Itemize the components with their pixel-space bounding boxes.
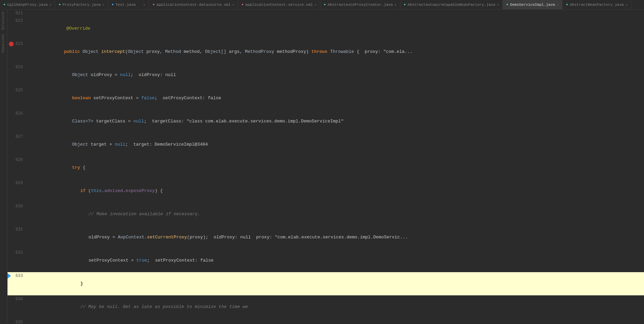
line-number: 633 (8, 272, 26, 295)
table-row: 630 // Make invocation available if nece… (8, 203, 644, 226)
keyword-public: public (64, 49, 80, 54)
table-row: 629 if (this.advised.exposeProxy) { (8, 179, 644, 203)
exec-indicator (26, 40, 32, 63)
structure-label[interactable]: Structure (0, 10, 7, 32)
line-number: 623 (8, 40, 26, 63)
table-row: 633 } (8, 272, 644, 295)
favorites-label[interactable]: Favorites (0, 32, 7, 55)
exec-indicator (26, 319, 32, 324)
tab-abstractautoproxy[interactable]: ● AbstractAutoProxyCreator.java ✕ (320, 0, 400, 10)
table-row: 634 // May be null. Get as late as possi… (8, 295, 644, 319)
tab-label-abstractautoproxy: AbstractAutoProxyCreator.java (327, 3, 393, 7)
tab-label-abstractautowire: AbstractAutowireCapableBeanFactory.java (408, 3, 495, 7)
line-number: 630 (8, 203, 26, 226)
code-content: setProxyContext = true; setProxyContext:… (32, 249, 644, 272)
line-number: 634 (8, 295, 26, 319)
code-content: Object oldProxy = null; oldProxy: null (32, 63, 644, 87)
line-number: 627 (8, 133, 26, 156)
exec-indicator (26, 295, 32, 319)
tab-label-test: Test.java (115, 3, 135, 7)
table-row: 625 boolean setProxyContext = false; set… (8, 87, 644, 110)
table-row: 622 @Override (8, 17, 644, 40)
tab-label-appservice: applicationContext-service.xml (245, 3, 313, 7)
tab-appdatasource[interactable]: ● applicationContext-datasource.xml ✕ (149, 0, 238, 10)
code-content: // Make invocation available if necessar… (32, 203, 644, 226)
tab-bar: ● CglibAopProxy.java ✕ ● ProxyFactory.ja… (0, 0, 644, 10)
table-row: 626 Class<?> targetClass = null; targetC… (8, 110, 644, 133)
line-number: 635 (8, 319, 26, 324)
method-intercept: intercept (101, 49, 125, 54)
tab-label-appdatasource: applicationContext-datasource.xml (156, 3, 231, 7)
tab-cglib[interactable]: ● CglibAopProxy.java ✕ (0, 0, 55, 10)
exec-indicator (26, 226, 32, 249)
tab-proxyfactory[interactable]: ● ProxyFactory.java ✕ (55, 0, 108, 10)
tab-label-abstractbean: AbstractBeanFactory.java (570, 3, 624, 7)
tab-close-demoservice[interactable]: ✕ (557, 3, 559, 7)
table-row: 628 try { (8, 156, 644, 179)
code-content: // May be null. Get as late as possible … (32, 295, 644, 319)
table-row: 631 oldProxy = AopContext.setCurrentProx… (8, 226, 644, 249)
tab-label-proxyfactory: ProxyFactory.java (62, 3, 101, 7)
line-number: 626 (8, 110, 26, 133)
type-object: Object (83, 49, 99, 54)
exec-indicator (26, 133, 32, 156)
code-content: Class<?> targetClass = null; targetClass… (32, 110, 644, 133)
code-content: try { (32, 156, 644, 179)
code-content: public Object intercept(Object proxy, Me… (32, 40, 644, 63)
tab-abstractbean[interactable]: ● AbstractBeanFactory.java ✕ (562, 0, 631, 10)
tab-close-appdatasource[interactable]: ✕ (232, 3, 234, 7)
tab-close-abstractbean[interactable]: ✕ (626, 3, 628, 7)
table-row: 624 Object oldProxy = null; oldProxy: nu… (8, 63, 644, 87)
line-number: 624 (8, 63, 26, 87)
table-row: 627 Object target = null; target: DemoSe… (8, 133, 644, 156)
exec-indicator (26, 110, 32, 133)
exec-indicator (26, 63, 32, 87)
code-content: Object target = null; target: DemoServic… (32, 133, 644, 156)
line-number: 621 (8, 10, 26, 17)
tab-label-demoservice: DemoServiceImpl.java (510, 3, 555, 7)
code-content: boolean setProxyContext = false; setProx… (32, 87, 644, 110)
code-content: // "own" the target, in case it comes fr… (32, 319, 644, 324)
annotation-override: @Override (56, 26, 90, 31)
tab-close-abstractautowire[interactable]: ✕ (497, 3, 499, 7)
exec-indicator (26, 10, 32, 17)
table-row: 635 // "own" the target, in case it come… (8, 319, 644, 324)
line-number: 628 (8, 156, 26, 179)
exec-indicator (26, 249, 32, 272)
code-content: if (this.advised.exposeProxy) { (32, 179, 644, 203)
tab-close-appservice[interactable]: ✕ (314, 3, 317, 7)
line-number: 625 (8, 87, 26, 110)
exec-indicator (26, 272, 32, 295)
tab-appservice[interactable]: ● applicationContext-service.xml ✕ (238, 0, 320, 10)
table-row: 632 setProxyContext = true; setProxyCont… (8, 249, 644, 272)
code-content (32, 10, 644, 17)
exec-indicator (26, 179, 32, 203)
line-number: 622 (8, 17, 26, 40)
tab-demoservice[interactable]: ● DemoServiceImpl.java ✕ (503, 0, 562, 10)
exec-indicator (26, 87, 32, 110)
tab-close-cglib[interactable]: ✕ (49, 3, 52, 7)
table-row: 621 (8, 10, 644, 17)
tab-abstractautowire[interactable]: ● AbstractAutowireCapableBeanFactory.jav… (400, 0, 503, 10)
exec-indicator (26, 203, 32, 226)
side-gutter: Structure Favorites (0, 10, 8, 324)
code-content: } (32, 272, 644, 295)
exec-indicator (26, 17, 32, 40)
code-content: @Override (32, 17, 644, 40)
line-number: 632 (8, 249, 26, 272)
tab-close-abstractautoproxy[interactable]: ✕ (395, 3, 397, 7)
line-number: 631 (8, 226, 26, 249)
editor-container: Structure Favorites 621 622 @Override 62… (0, 10, 644, 324)
line-number: 629 (8, 179, 26, 203)
code-area[interactable]: 621 622 @Override 623 public Object inte… (8, 10, 644, 324)
table-row: 623 public Object intercept(Object proxy… (8, 40, 644, 63)
exec-indicator (26, 156, 32, 179)
execution-arrow (8, 273, 11, 279)
breakpoint-indicator (9, 42, 14, 46)
tab-close-proxyfactory[interactable]: ✕ (102, 3, 104, 7)
code-content: oldProxy = AopContext.setCurrentProxy(pr… (32, 226, 644, 249)
tab-label-cglib: CglibAopProxy.java (7, 3, 48, 7)
tab-test[interactable]: ● Test.java ✕ (108, 0, 149, 10)
tab-close-test[interactable]: ✕ (143, 3, 145, 7)
